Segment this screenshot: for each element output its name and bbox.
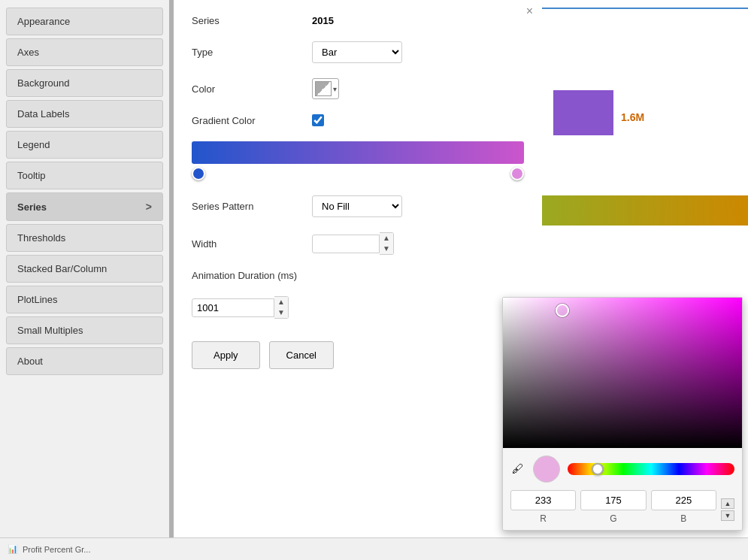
- rgb-g-label: G: [610, 513, 616, 524]
- rgb-decrement-button[interactable]: ▼: [721, 510, 734, 521]
- sidebar-item-small-multiples[interactable]: Small Multiples: [6, 316, 163, 344]
- rgb-b-col: B: [651, 490, 716, 524]
- animation-input-row: ▲ ▼: [192, 296, 524, 319]
- rgb-b-input[interactable]: [651, 490, 716, 510]
- sidebar-item-background[interactable]: Background: [6, 69, 163, 97]
- color-rgb-row: R G B ▲ ▼: [510, 490, 734, 524]
- type-row: Type Bar Line Area Scatter: [192, 41, 524, 63]
- color-picker-row1: 🖋: [510, 456, 734, 483]
- sidebar-item-axes[interactable]: Axes: [6, 38, 163, 66]
- sidebar-item-stacked-bar[interactable]: Stacked Bar/Column: [6, 255, 163, 283]
- type-select[interactable]: Bar Line Area Scatter: [312, 41, 402, 63]
- series-row: Series 2015: [192, 15, 524, 26]
- sidebar-item-label: PlotLines: [17, 294, 57, 305]
- sidebar-item-label: Series: [17, 201, 47, 213]
- width-spinner: ▲ ▼: [312, 232, 394, 255]
- sidebar-item-label: Data Labels: [17, 108, 69, 120]
- animation-increment-button[interactable]: ▲: [274, 297, 288, 307]
- width-spinner-buttons: ▲ ▼: [380, 232, 394, 255]
- color-dropdown-arrow-icon: ▾: [333, 85, 337, 93]
- rgb-r-input[interactable]: [510, 490, 576, 510]
- sidebar-item-about[interactable]: About: [6, 347, 163, 375]
- bottom-bar-text: Profit Percent Gr...: [23, 545, 90, 554]
- chart-label-16m: 1.6M: [621, 111, 644, 123]
- animation-label: Animation Duration (ms): [192, 270, 312, 281]
- sidebar-item-label: Stacked Bar/Column: [17, 263, 107, 274]
- bottom-bar: 📊 Profit Percent Gr...: [0, 537, 748, 560]
- rgb-b-label: B: [680, 513, 686, 524]
- sidebar-item-label: About: [17, 356, 43, 367]
- sidebar-item-data-labels[interactable]: Data Labels: [6, 100, 163, 128]
- sidebar-item-tooltip[interactable]: Tooltip: [6, 162, 163, 189]
- cancel-button[interactable]: Cancel: [269, 341, 334, 369]
- close-button[interactable]: ×: [526, 5, 533, 18]
- rgb-r-label: R: [540, 513, 547, 524]
- width-decrement-button[interactable]: ▼: [380, 244, 393, 254]
- color-gradient-area[interactable]: [503, 298, 742, 448]
- series-pattern-label: Series Pattern: [192, 201, 312, 212]
- sidebar-item-label: Axes: [17, 47, 39, 58]
- gradient-color-checkbox[interactable]: [312, 114, 324, 126]
- chart-line-top: [538, 8, 748, 9]
- series-pattern-select[interactable]: No Fill Solid Dotted Hatched: [312, 195, 402, 217]
- color-picker-button[interactable]: ▾: [312, 78, 339, 99]
- series-label: Series: [192, 15, 312, 26]
- animation-decrement-button[interactable]: ▼: [274, 307, 288, 318]
- animation-spinner: ▲ ▼: [192, 296, 524, 319]
- sidebar: Appearance Axes Background Data Labels L…: [0, 0, 169, 560]
- type-label: Type: [192, 47, 312, 58]
- sidebar-item-plotlines[interactable]: PlotLines: [6, 286, 163, 313]
- rgb-r-col: R: [510, 490, 576, 524]
- color-preview-swatch: [533, 456, 560, 483]
- rgb-g-input[interactable]: [580, 490, 646, 510]
- sidebar-item-thresholds[interactable]: Thresholds: [6, 224, 163, 252]
- sidebar-item-label: Tooltip: [17, 170, 46, 181]
- gradient-color-label: Gradient Color: [192, 115, 312, 126]
- sidebar-item-appearance[interactable]: Appearance: [6, 8, 163, 35]
- width-increment-button[interactable]: ▲: [380, 233, 393, 244]
- color-label: Color: [192, 83, 312, 95]
- rgb-increment-button[interactable]: ▲: [721, 498, 734, 509]
- main-panel: × Series 2015 Type Bar Line Area Scatter…: [174, 0, 542, 560]
- sidebar-item-series-arrow: >: [146, 201, 152, 213]
- color-swatch: [315, 81, 332, 96]
- width-label: Width: [192, 238, 312, 250]
- rgb-arrow-col: ▲ ▼: [721, 498, 734, 524]
- animation-spinner-buttons: ▲ ▼: [274, 296, 289, 319]
- series-value: 2015: [312, 15, 334, 26]
- sidebar-item-label: Appearance: [17, 16, 70, 27]
- width-row: Width ▲ ▼: [192, 232, 524, 255]
- gradient-handle-right[interactable]: [510, 167, 524, 180]
- color-row: Color ▾: [192, 78, 524, 99]
- gradient-handle-left[interactable]: [192, 167, 205, 180]
- hue-thumb[interactable]: [592, 463, 604, 475]
- animation-row: Animation Duration (ms): [192, 270, 524, 281]
- color-picker-circle[interactable]: [556, 304, 569, 317]
- sidebar-item-label: Small Multiples: [17, 325, 83, 336]
- eyedropper-button[interactable]: 🖋: [510, 461, 525, 477]
- buttons-row: Apply Cancel: [192, 341, 524, 369]
- color-picker-controls: 🖋 R G B ▲: [503, 448, 742, 530]
- hue-slider[interactable]: [568, 463, 734, 475]
- sidebar-item-series[interactable]: Series >: [6, 192, 163, 221]
- gradient-color-row: Gradient Color: [192, 114, 524, 126]
- hue-slider-container: [568, 463, 734, 475]
- sidebar-item-legend[interactable]: Legend: [6, 131, 163, 159]
- sidebar-item-label: Thresholds: [17, 232, 65, 244]
- bottom-bar-icon: 📊: [8, 544, 18, 554]
- animation-input[interactable]: [192, 298, 274, 317]
- eyedropper-icon: 🖋: [512, 462, 524, 475]
- apply-button[interactable]: Apply: [192, 341, 260, 369]
- gradient-bar[interactable]: [192, 141, 524, 164]
- chart-bar-green: [538, 195, 748, 226]
- rgb-g-col: G: [580, 490, 646, 524]
- gradient-bar-container: [192, 141, 524, 180]
- sidebar-item-label: Legend: [17, 139, 50, 150]
- color-picker-popup: 🖋 R G B ▲: [502, 297, 743, 531]
- width-input[interactable]: [312, 235, 380, 253]
- sidebar-item-label: Background: [17, 77, 69, 89]
- chart-bar-purple: [553, 90, 613, 135]
- gradient-handles: [192, 167, 524, 180]
- series-pattern-row: Series Pattern No Fill Solid Dotted Hatc…: [192, 195, 524, 217]
